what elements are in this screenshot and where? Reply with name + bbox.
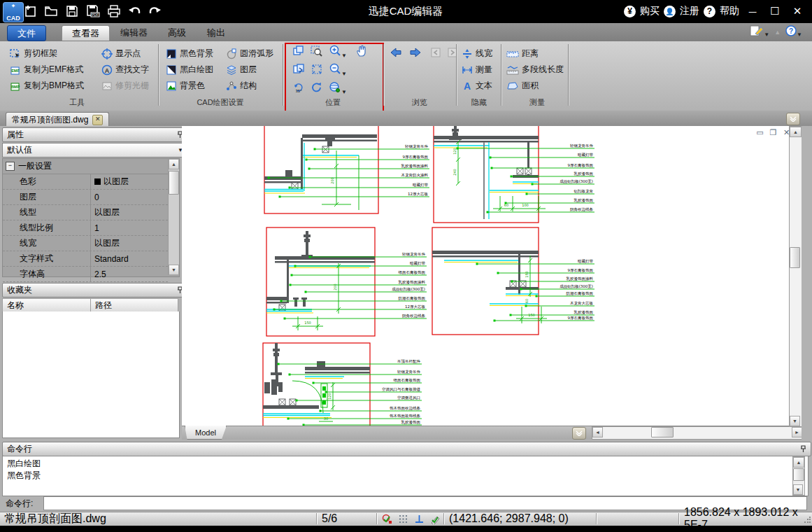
redo-button[interactable] [145,2,164,20]
canvas-horizontal-scrollbar[interactable]: ◄ ► [592,426,803,440]
scroll-down-icon[interactable]: ▼ [169,265,179,275]
scroll-up-icon[interactable]: ▲ [169,159,179,169]
hide-line-width-button[interactable]: 线宽 [462,46,492,61]
save-button[interactable] [63,2,81,20]
save-as-pdf-button[interactable]: PDF [84,2,102,20]
grid-icon[interactable] [398,514,408,524]
help-button[interactable]: 帮助 [720,5,739,18]
scroll-left-icon[interactable]: ◄ [592,427,603,438]
measure-arrows-icon [462,64,473,76]
model-tab[interactable]: Model [185,426,227,440]
measure-area-button[interactable]: 面积 [506,78,539,93]
ortho-icon[interactable] [414,514,425,524]
print-button[interactable] [105,2,123,20]
tab-list-dropdown-button[interactable] [786,113,800,125]
document-tab[interactable]: 常规吊顶剖面图.dwg ✕ [6,112,109,127]
property-row-linetype-scale[interactable]: 线型比例 1 [3,220,168,236]
property-row-lineweight[interactable]: 线宽 以图层 [3,236,168,251]
hide-text-button[interactable]: A 文本 [462,78,492,93]
tab-advanced[interactable]: 高级 [158,25,196,40]
command-history[interactable]: 黑白绘图 黑色背景 [2,456,809,496]
drawing-label: 乳胶漆饰面 [401,420,421,425]
measure-distance-button[interactable]: 距离 [506,46,539,61]
property-row-layer[interactable]: 图层 0 [3,190,168,205]
tab-file[interactable]: 文件 [7,25,46,41]
scroll-up-icon[interactable]: ▲ [793,457,804,468]
open-folder-icon [44,4,58,18]
scroll-up-icon[interactable]: ▲ [790,127,802,137]
scrollbar-thumb[interactable] [790,247,800,268]
background-color-button[interactable]: 背景色 [166,78,205,93]
layout-tabs-dropdown-button[interactable] [572,427,586,440]
view-forward-button[interactable] [408,46,422,62]
bw-drawing-button[interactable]: 黑白绘图 [166,62,213,77]
drawing-label: 空调侧送风口 [397,396,420,400]
copy-emf-button[interactable]: EMF 复制为EMF格式 [10,62,83,77]
view-back-button[interactable] [389,46,403,62]
smooth-arc-button[interactable]: 圆滑弧形 [226,46,273,61]
property-row-font-height[interactable]: 字体高 2.5 [3,267,168,282]
layers-button[interactable]: 图层 [226,62,257,77]
favorites-panel-header[interactable]: 收藏夹 [2,283,188,298]
properties-panel-header[interactable]: 属性 [2,127,188,142]
command-history-scrollbar[interactable]: ▲ ▼ [792,456,805,496]
window-frame-bottom [0,526,812,532]
ribbon-help-button[interactable]: ?▼ [785,25,802,39]
previous-view-button [429,46,442,62]
close-button[interactable]: ✕ [788,4,806,19]
collapse-ribbon-button[interactable]: ▲ [774,29,781,36]
structure-button[interactable]: 结构 [226,78,257,93]
hide-measure-button[interactable]: 测量 [462,62,492,77]
open-file-button[interactable] [42,2,60,20]
cad-drawing[interactable]: 200 轻钢龙骨吊件 9厚石膏板饰面 乳胶漆饰面涂料 木龙骨防火涂料 暗藏灯带 … [182,126,789,426]
measure-polyline-button[interactable]: 多段线长度 [506,62,564,77]
drawing-label: 乳胶漆饰面 [574,310,594,315]
minimize-button[interactable]: ─ [743,4,762,19]
property-grid-scrollbar[interactable]: ▲ ▼ [168,159,179,275]
status-page-indicator[interactable]: 5/6 [322,513,337,524]
tab-output[interactable]: 输出 [197,25,235,40]
favorites-column-path[interactable]: 路径 [90,298,178,312]
copy-bmp-button[interactable]: BMP 复制为BMP格式 [10,78,84,93]
register-button[interactable]: 注册 [680,5,699,18]
position-group-highlight [285,43,384,113]
status-toggle-icons [382,513,441,524]
cut-frame-button[interactable]: 剪切框架 [10,46,57,61]
document-tab-bar [0,111,812,126]
new-file-button[interactable] [21,2,39,20]
draft-mode-icon[interactable] [430,514,441,524]
buy-button[interactable]: 购买 [640,5,660,18]
scroll-right-icon[interactable]: ► [792,427,802,438]
undo-button[interactable] [126,2,144,20]
property-preset-dropdown[interactable]: 默认值 ▼ [2,143,188,158]
resize-grip[interactable] [804,517,811,524]
drawing-label: 成品铝扣板(300宽) [560,284,593,289]
favorites-list[interactable] [2,312,180,438]
black-background-button[interactable]: 黑色背景 [166,46,213,61]
pin-icon[interactable] [800,445,806,453]
canvas-vertical-scrollbar[interactable]: ▲ ▼ [789,126,802,427]
command-panel-header[interactable]: 命令行 [2,442,811,456]
status-file-name: 常规吊顶剖面图.dwg [4,513,106,524]
property-row-linetype[interactable]: 线型 以图层 [3,205,168,220]
property-row-text-style[interactable]: 文字样式 Standard [3,251,168,267]
tab-viewer[interactable]: 查看器 [62,25,110,41]
quick-edit-button[interactable]: ▼ [750,25,769,39]
scroll-down-icon[interactable]: ▼ [793,484,803,495]
favorites-column-name[interactable]: 名称 [2,298,91,312]
document-tab-close-icon[interactable]: ✕ [92,115,103,125]
object-snap-icon[interactable] [382,514,392,524]
polyline-length-icon [506,65,519,75]
drawing-label: 防潮石膏板饰面 [399,296,426,301]
maximize-button[interactable]: ☐ [766,4,784,19]
scrollbar-thumb[interactable] [651,427,674,438]
show-points-button[interactable]: 显示点 [101,46,141,61]
property-row-color[interactable]: 色彩 以图层 [3,174,168,190]
property-grid: − 一般设置 色彩 以图层 图层 0 线型 以图层 线型比例 1 线宽 以图层 … [2,158,180,277]
scroll-down-icon[interactable]: ▼ [790,416,800,426]
tab-editor[interactable]: 编辑器 [111,25,157,40]
drawing-label: 防潮石膏板饰面 [567,291,594,296]
property-group-row[interactable]: − 一般设置 [3,159,179,174]
find-text-button[interactable]: A 查找文字 [101,62,149,77]
collapse-group-icon[interactable]: − [6,162,15,171]
